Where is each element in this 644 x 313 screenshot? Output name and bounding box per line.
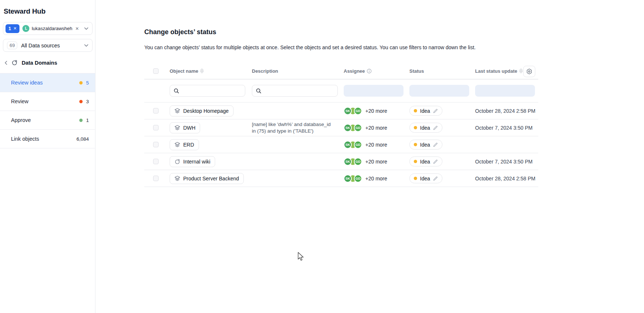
status-label: Idea <box>420 159 430 165</box>
sidebar-item-review[interactable]: Review 3 <box>0 92 95 111</box>
assignee-avatar: SK <box>344 107 352 115</box>
more-assignees-link[interactable]: +20 more <box>365 142 387 148</box>
object-name-search-input[interactable] <box>170 85 245 96</box>
chevron-down-icon[interactable] <box>84 27 88 30</box>
status-pill[interactable]: Idea <box>409 106 442 116</box>
clear-selection-icon[interactable]: ✕ <box>13 26 17 31</box>
domain-icon <box>174 159 180 165</box>
row-checkbox[interactable] <box>153 176 159 181</box>
table-row: Desktop Homepage SK GD +20 more Idea <box>144 102 538 119</box>
last-status-update: October 28, 2024 2:58 PM <box>475 108 538 114</box>
assignee-cell: SK GD +20 more <box>344 107 409 115</box>
assignee-avatar: GD <box>354 175 362 183</box>
more-assignees-link[interactable]: +20 more <box>365 159 387 165</box>
object-name: Product Server Backend <box>183 176 239 181</box>
chevron-down-icon[interactable] <box>84 44 88 47</box>
status-pill[interactable]: Idea <box>409 156 442 166</box>
status-dot <box>79 119 83 122</box>
more-assignees-link[interactable]: +20 more <box>365 176 387 181</box>
description-search[interactable] <box>252 85 338 97</box>
table-settings-button[interactable] <box>523 66 535 77</box>
page-title: Change objects’ status <box>144 28 538 36</box>
table-row: Product Server Backend SK GD +20 more Id… <box>144 170 538 187</box>
date-filter-placeholder <box>475 85 535 97</box>
edit-icon[interactable] <box>433 108 438 114</box>
item-count: 6,084 <box>76 136 89 142</box>
page-description: You can change objects’ status for multi… <box>144 44 538 50</box>
assignee-avatar: GD <box>354 124 362 132</box>
domains-nav[interactable]: Data Domains <box>4 60 57 66</box>
source-label: All Data sources <box>21 43 60 48</box>
item-label: Link objects <box>11 136 39 142</box>
search-icon <box>174 88 179 94</box>
selected-count-chip[interactable]: 1 ✕ <box>6 24 19 33</box>
table-filter-row <box>144 79 538 102</box>
assignee-avatar: GD <box>354 158 362 166</box>
objects-table: Object name Description Assignee Status … <box>144 67 538 187</box>
more-assignees-link[interactable]: +20 more <box>365 108 387 114</box>
data-source-dropdown[interactable]: 69 All Data sources <box>3 39 93 52</box>
edit-icon[interactable] <box>433 159 438 164</box>
edit-icon[interactable] <box>433 125 438 130</box>
object-chip[interactable]: Desktop Homepage <box>170 105 234 116</box>
object-chip[interactable]: ERD <box>170 139 199 150</box>
domains-label: Data Domains <box>22 60 57 66</box>
sidebar-item-link-objects[interactable]: Link objects 6,084 <box>0 130 95 148</box>
status-pill[interactable]: Idea <box>409 123 442 133</box>
status-label: Idea <box>420 125 430 131</box>
assignee-avatar: GD <box>354 141 362 149</box>
status-label: Idea <box>420 108 430 114</box>
user-filter-dropdown[interactable]: 1 ✕ L lukaszaldarawsheh ✕ <box>3 22 93 35</box>
search-icon <box>256 88 261 94</box>
item-count: 5 <box>86 80 89 86</box>
assignee-avatar: SK <box>344 158 352 166</box>
remove-user-icon[interactable]: ✕ <box>75 26 79 31</box>
object-chip[interactable]: Product Server Backend <box>170 173 244 184</box>
sort-icon[interactable] <box>200 69 204 73</box>
assignee-cell: SK GD +20 more <box>344 158 409 166</box>
table-header: Object name Description Assignee Status … <box>144 67 538 79</box>
table-row: DWH [name] like 'dwh%' and database_id i… <box>144 119 538 136</box>
assignee-avatar: SK <box>344 141 352 149</box>
status-pill[interactable]: Idea <box>409 173 442 183</box>
row-checkbox[interactable] <box>153 125 159 130</box>
edit-icon[interactable] <box>433 142 438 147</box>
col-status: Status <box>409 68 475 74</box>
object-chip[interactable]: DWH <box>170 122 200 133</box>
sidebar-item-approve[interactable]: Approve 1 <box>0 111 95 130</box>
sidebar-item-review-ideas[interactable]: Review ideas 5 <box>0 73 95 92</box>
more-assignees-link[interactable]: +20 more <box>365 125 387 131</box>
page: Steward Hub 1 ✕ L lukaszaldarawsheh ✕ 69… <box>0 0 644 313</box>
status-pill[interactable]: Idea <box>409 140 442 150</box>
col-description: Description <box>252 68 344 74</box>
object-name-search[interactable] <box>170 85 245 97</box>
assignee-avatar: GD <box>354 107 362 115</box>
row-checkbox[interactable] <box>153 159 159 164</box>
row-checkbox[interactable] <box>153 108 159 114</box>
status-label: Idea <box>420 176 430 181</box>
object-name: DWH <box>183 125 195 131</box>
layers-icon <box>174 176 180 181</box>
status-dot <box>79 81 83 84</box>
edit-icon[interactable] <box>433 176 438 181</box>
user-chip: L lukaszaldarawsheh ✕ <box>22 25 79 32</box>
description-search-input[interactable] <box>252 85 337 96</box>
sort-icon[interactable] <box>519 69 523 73</box>
info-icon[interactable] <box>367 69 372 73</box>
source-count-badge: 69 <box>7 42 17 49</box>
status-dot <box>414 109 417 112</box>
assignee-cell: SK GD +20 more <box>344 124 409 132</box>
selected-count: 1 <box>8 26 11 31</box>
assignee-avatar: SK <box>344 124 352 132</box>
status-dot <box>414 177 417 180</box>
table-row: ERD SK GD +20 more Idea <box>144 136 538 153</box>
back-chevron-icon[interactable] <box>4 61 7 65</box>
select-all-checkbox[interactable] <box>153 68 159 74</box>
item-count: 1 <box>86 118 89 123</box>
row-checkbox[interactable] <box>153 142 159 147</box>
object-chip[interactable]: Internal wiki <box>170 156 215 167</box>
avatar: L <box>22 25 29 32</box>
assignee-avatar: SK <box>344 175 352 183</box>
col-object-name[interactable]: Object name <box>170 68 252 74</box>
col-assignee: Assignee <box>344 68 409 74</box>
